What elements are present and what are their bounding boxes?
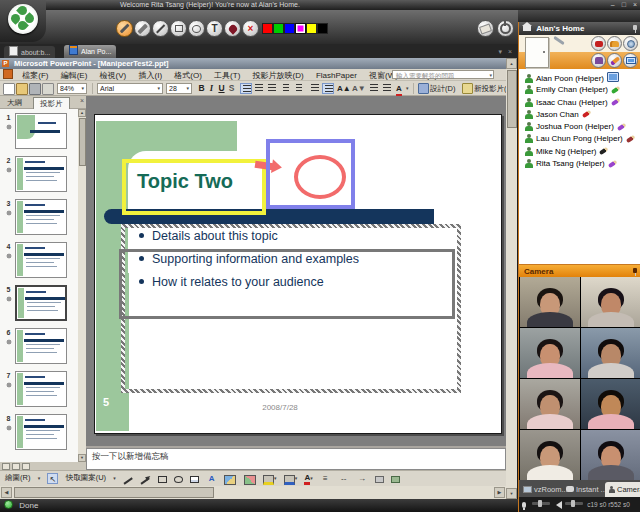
color-swatch[interactable]	[284, 23, 295, 34]
scroll-down-icon[interactable]: ▼	[506, 488, 517, 499]
scroll-thumb[interactable]	[79, 118, 86, 166]
power-button[interactable]	[497, 20, 514, 37]
dash-style-icon[interactable]: --	[338, 473, 349, 484]
handshake-button[interactable]	[607, 36, 622, 51]
slide-thumbnail[interactable]	[15, 199, 67, 235]
scroll-left-icon[interactable]: ◀	[1, 487, 12, 498]
shadow-button[interactable]: S	[227, 83, 236, 94]
help-question-box[interactable]: 輸入需要解答的問題▾	[392, 70, 494, 79]
user-row[interactable]: Lau Chun Pong (Helper)	[519, 133, 640, 145]
thumbnails-scrollbar[interactable]: ▲ ▼	[78, 109, 86, 462]
user-row[interactable]: Alan Poon (Helper)	[519, 72, 640, 84]
color-swatch[interactable]	[262, 23, 273, 34]
color-swatch[interactable]	[295, 23, 306, 34]
rectangle-tool-icon[interactable]	[158, 476, 167, 483]
scroll-up-icon[interactable]: ▲	[506, 58, 517, 69]
laser-tool-button[interactable]	[224, 20, 241, 37]
slide-thumbnail[interactable]	[15, 113, 67, 149]
select-arrow-button[interactable]: ↖	[47, 473, 58, 484]
camera-feed[interactable]	[581, 430, 640, 480]
notes-pane[interactable]: 按一下以新增備忘稿	[86, 448, 506, 470]
slide-thumbnail[interactable]	[15, 285, 67, 321]
tab-instant-message[interactable]: Instant ...	[563, 482, 610, 497]
font-select[interactable]: Arial▾	[97, 83, 163, 94]
column-spacing-button[interactable]	[294, 83, 306, 94]
numbered-list-button[interactable]	[309, 83, 321, 94]
align-right-button[interactable]	[266, 83, 278, 94]
color-swatch[interactable]	[306, 23, 317, 34]
bold-button[interactable]: B	[197, 83, 206, 94]
user-row[interactable]: Emily Chan (Helper)	[519, 84, 640, 96]
hscroll-thumb[interactable]	[14, 487, 214, 498]
design-button[interactable]: 設計(D)	[430, 83, 455, 94]
threed-style-icon[interactable]	[391, 476, 400, 483]
pencil-tool-button[interactable]	[152, 20, 169, 37]
new-document-icon[interactable]	[3, 83, 15, 95]
sorter-view-button[interactable]	[12, 463, 20, 470]
align-left-button[interactable]	[240, 83, 252, 94]
scroll-up-icon[interactable]: ▲	[78, 109, 86, 117]
slide-thumbnail[interactable]	[15, 242, 67, 278]
text-tool-button[interactable]: T	[206, 20, 223, 37]
tab-close-icon[interactable]: ×	[508, 46, 512, 58]
mic-volume-slider[interactable]	[532, 502, 550, 505]
speaker-volume-slider[interactable]	[565, 502, 583, 505]
line-spacing-button[interactable]	[281, 83, 293, 94]
wrench-icon[interactable]	[553, 36, 565, 45]
rectangle-tool-button[interactable]	[170, 20, 187, 37]
vertical-scrollbar[interactable]: ▲ ▼	[506, 58, 517, 499]
increase-indent-button[interactable]	[381, 83, 393, 94]
camera-feed[interactable]	[520, 277, 580, 327]
clear-tool-button[interactable]: ×	[242, 20, 259, 37]
camera-feed[interactable]	[581, 328, 640, 378]
microphone-icon[interactable]	[522, 502, 526, 508]
user-row[interactable]: Joshua Poon (Helper)	[519, 121, 640, 133]
user-row[interactable]: Isaac Chau (Helper)	[519, 97, 640, 109]
user-row[interactable]: Mike Ng (Helper)	[519, 146, 640, 158]
pane-close-icon[interactable]: ×	[80, 97, 84, 104]
increase-font-button[interactable]: A▲	[337, 83, 351, 94]
line-style-icon[interactable]: ≡	[320, 473, 331, 484]
raise-hand-button[interactable]	[591, 53, 606, 68]
pin-icon[interactable]	[633, 25, 637, 30]
pin-icon[interactable]	[633, 268, 637, 273]
camera-feed[interactable]	[520, 379, 580, 429]
slide-thumbnail[interactable]	[15, 328, 67, 364]
web-tour-button[interactable]	[623, 36, 638, 51]
slide-thumbnail[interactable]	[15, 371, 67, 407]
camera-panel-header[interactable]: Camera	[519, 264, 640, 277]
user-row[interactable]: Jason Chan	[519, 109, 640, 121]
scroll-down-icon[interactable]: ▼	[78, 454, 86, 462]
horizontal-scrollbar[interactable]: ◀ ▶	[0, 486, 506, 499]
decrease-indent-button[interactable]	[368, 83, 380, 94]
italic-button[interactable]: I	[207, 83, 216, 94]
pen-tool-button[interactable]	[116, 20, 133, 37]
wordart-icon[interactable]: A	[206, 473, 217, 484]
copy-icon[interactable]	[42, 83, 54, 95]
oval-tool-icon[interactable]	[174, 476, 183, 483]
camera-feed[interactable]	[520, 328, 580, 378]
arrow-style-icon[interactable]: →	[356, 473, 367, 484]
tab-scroll-icon[interactable]: ▾	[498, 46, 502, 58]
door-icon[interactable]	[525, 37, 549, 68]
slide-thumbnail[interactable]	[15, 414, 67, 450]
slide-canvas[interactable]: Topic Two Details about this topic Suppo…	[94, 114, 502, 434]
normal-view-button[interactable]	[2, 463, 10, 470]
screen-share-button[interactable]	[623, 53, 638, 68]
fill-color-icon[interactable]	[263, 475, 274, 485]
speaker-icon[interactable]	[556, 501, 562, 509]
user-row[interactable]: Rita Tsang (Helper)	[519, 158, 640, 170]
line-tool-icon[interactable]	[124, 478, 133, 485]
font-color-dropdown-icon[interactable]: ▾	[406, 83, 409, 94]
line-color-icon[interactable]	[284, 475, 295, 485]
camera-feed[interactable]	[520, 430, 580, 480]
open-icon[interactable]	[16, 83, 28, 95]
font-color-button[interactable]: A	[396, 83, 402, 96]
draw-menu[interactable]: 繪圖(R)	[5, 471, 30, 485]
home-panel-header[interactable]: Alan's Home	[519, 22, 640, 35]
color-swatch[interactable]	[273, 23, 284, 34]
font-size-select[interactable]: 28▾	[166, 83, 192, 94]
bullet-list-button[interactable]	[322, 83, 334, 94]
meeting-button[interactable]	[591, 36, 606, 51]
camera-feed[interactable]	[581, 379, 640, 429]
